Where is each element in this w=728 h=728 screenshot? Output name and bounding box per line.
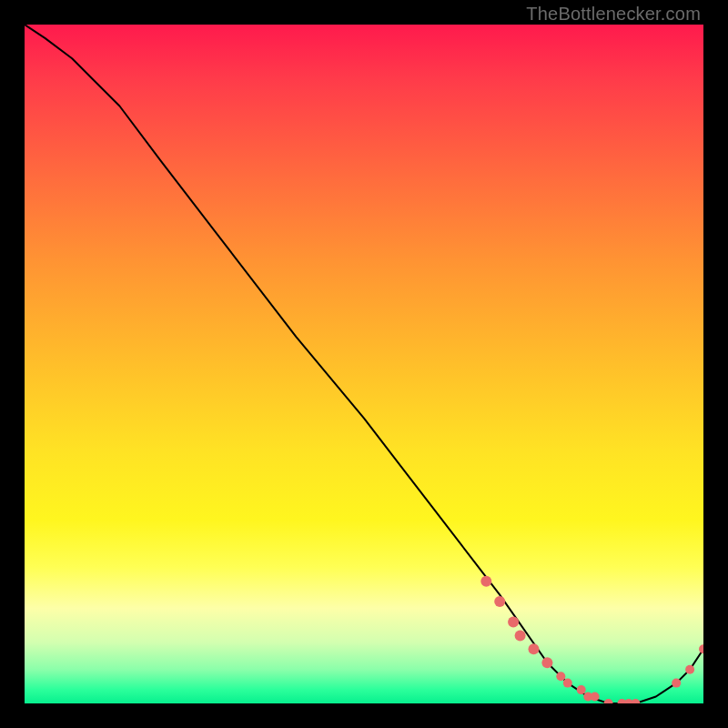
data-point [672,679,681,688]
data-point [494,596,505,607]
data-point [541,657,552,668]
data-point [685,665,694,674]
curve-layer [25,25,703,703]
data-point [480,576,491,587]
data-point [577,685,586,694]
data-points [480,576,703,703]
data-point [699,644,703,653]
watermark-text: TheBottlenecker.com [526,4,701,25]
data-point [604,699,613,703]
data-point [563,679,572,688]
data-point [591,693,600,702]
data-point [556,672,565,681]
chart-stage: TheBottlenecker.com [0,0,728,728]
bottleneck-curve [25,25,703,703]
data-point [529,643,540,654]
data-point [515,630,526,641]
plot-area [25,25,703,703]
data-point [508,617,519,628]
data-point [631,699,640,703]
